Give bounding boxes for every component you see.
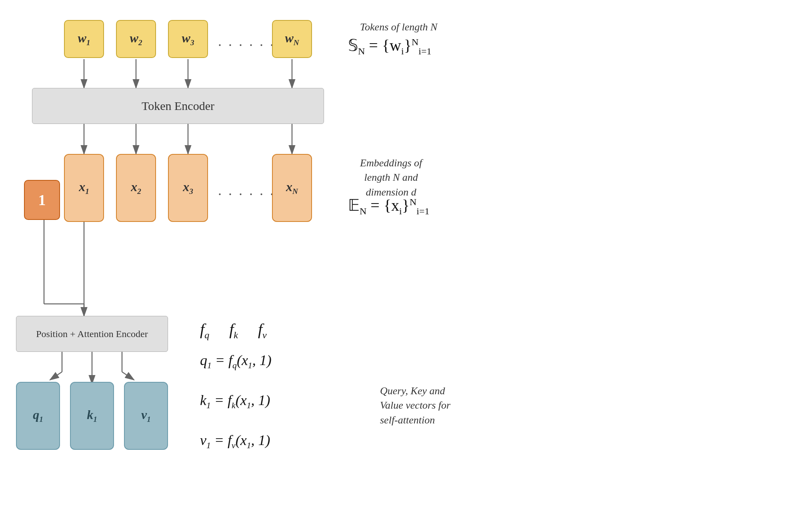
embed-label-x2: x2 <box>131 180 141 196</box>
position-one-label: 1 <box>38 191 46 209</box>
token-dots: . . . . . . <box>218 33 275 50</box>
token-box-w2: w2 <box>116 20 156 58</box>
embed-label-xN: xN <box>286 180 298 196</box>
fqkv-labels: fq fk fv <box>200 320 267 341</box>
tokens-label: Tokens of length N <box>360 20 437 34</box>
formula-q1: q1 = fq(x1, 1) <box>200 352 272 371</box>
svg-line-17 <box>122 372 134 380</box>
embed-dots: . . . . . . <box>218 182 275 199</box>
position-one-box: 1 <box>24 180 60 220</box>
token-encoder-box: Token Encoder <box>32 88 324 124</box>
embed-box-x1: x1 <box>64 154 104 222</box>
qkv-box-k1: k1 <box>70 382 114 450</box>
qkv-box-q1: q1 <box>16 382 60 450</box>
embed-label-x3: x3 <box>183 180 193 196</box>
position-attention-encoder-label: Position + Attention Encoder <box>36 329 148 339</box>
diagram-container: w1 w2 w3 . . . . . . wN Tokens of length… <box>0 0 812 519</box>
token-label-w1: w1 <box>78 31 90 47</box>
token-box-w3: w3 <box>168 20 208 58</box>
qkv-description-label: Query, Key andValue vectors forself-atte… <box>380 384 450 427</box>
token-box-w1: w1 <box>64 20 104 58</box>
qkv-box-v1: v1 <box>124 382 168 450</box>
token-encoder-label: Token Encoder <box>142 99 214 113</box>
arrows-overlay <box>0 0 812 519</box>
qkv-label-q1: q1 <box>33 407 43 424</box>
token-label-w2: w2 <box>130 31 142 47</box>
embed-box-x3: x3 <box>168 154 208 222</box>
token-box-wN: wN <box>272 20 312 58</box>
token-formula: 𝕊N = {wi}Ni=1 <box>348 36 431 57</box>
embed-box-xN: xN <box>272 154 312 222</box>
qkv-label-v1: v1 <box>141 407 151 424</box>
qkv-label-k1: k1 <box>87 407 97 424</box>
svg-line-14 <box>50 372 62 380</box>
position-attention-encoder-box: Position + Attention Encoder <box>16 316 168 352</box>
embeddings-label: Embeddings oflength N anddimension d <box>360 156 422 200</box>
token-label-w3: w3 <box>182 31 194 47</box>
formula-k1: k1 = fk(x1, 1) <box>200 392 270 411</box>
embed-formula: 𝔼N = {xi}Ni=1 <box>348 196 430 217</box>
embed-box-x2: x2 <box>116 154 156 222</box>
token-label-wN: wN <box>285 31 299 47</box>
embed-label-x1: x1 <box>79 180 89 196</box>
formula-v1: v1 = fv(x1, 1) <box>200 432 270 451</box>
